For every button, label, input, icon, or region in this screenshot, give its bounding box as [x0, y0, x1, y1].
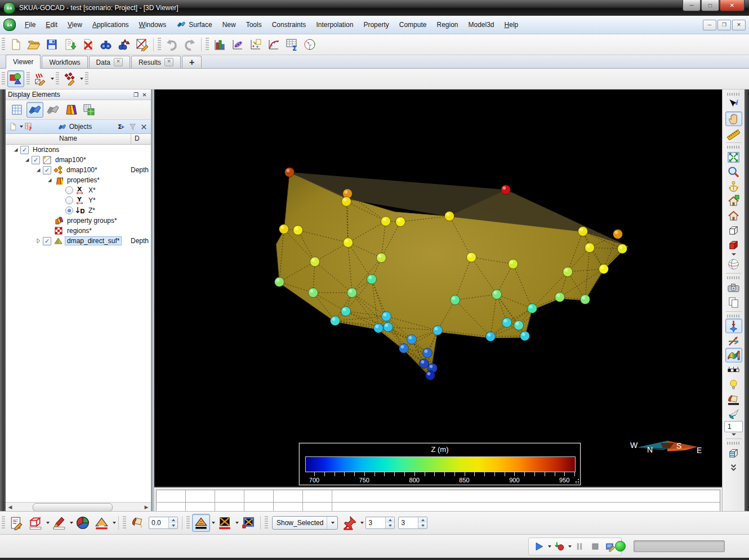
menu-help[interactable]: Help [500, 18, 524, 32]
cube-red-outline-button[interactable] [26, 514, 44, 532]
tree-item-label[interactable]: Horizons [31, 146, 61, 154]
frustum-button[interactable] [725, 406, 742, 421]
tree-item-label[interactable]: Y* [87, 196, 97, 204]
spinner-value[interactable]: 3 [399, 519, 418, 527]
home-add-button[interactable] [725, 194, 742, 208]
xbox-black-button[interactable] [216, 514, 234, 532]
color-scalebar[interactable]: Z (m) 700750800850900950 [299, 443, 581, 485]
open-button[interactable] [25, 36, 42, 53]
expander-open-icon[interactable] [46, 177, 54, 183]
mdi-close-button[interactable]: ✕ [732, 20, 746, 30]
curve-fit-button[interactable] [265, 36, 282, 53]
fit-view-button[interactable] [725, 150, 742, 164]
record-run-button[interactable] [552, 540, 567, 553]
colorbar-resize-grip[interactable] [574, 479, 579, 483]
tree-item-label[interactable]: regions* [65, 227, 93, 235]
tree-row[interactable]: property groups* [6, 216, 151, 226]
dropdown-arrow-icon[interactable] [212, 522, 215, 524]
colormap-button[interactable] [63, 102, 79, 118]
scatter-plot-button[interactable] [247, 36, 264, 53]
axes-button[interactable] [725, 333, 742, 348]
menu-property[interactable]: Property [358, 18, 394, 32]
expander-open-icon[interactable] [12, 146, 20, 153]
checkbox[interactable]: ✓ [32, 156, 40, 164]
menu-surface[interactable]: Surface [171, 18, 217, 32]
tree-item-label[interactable]: dmap_direct_suf* [65, 236, 122, 245]
triangle-boxed-button[interactable] [192, 514, 210, 532]
scroll-thumb[interactable] [33, 503, 113, 512]
tree-hscrollbar[interactable]: ◀ ▶ [6, 502, 151, 511]
menu-file[interactable]: File [20, 18, 41, 32]
cube-wire-button[interactable] [725, 223, 742, 238]
scroll-right-arrow[interactable]: ▶ [142, 503, 151, 510]
menu-constraints[interactable]: Constraints [267, 18, 311, 32]
column-header-d[interactable]: D [131, 134, 151, 144]
dropdown-arrow-icon[interactable] [70, 522, 73, 524]
display-shapes-button[interactable] [7, 70, 24, 87]
find-objects-button[interactable] [115, 36, 132, 53]
play-button[interactable] [532, 540, 546, 553]
menu-applications[interactable]: Applications [87, 18, 134, 32]
anchor-button[interactable] [725, 179, 742, 194]
close-button[interactable]: ✕ [720, 0, 744, 11]
dropdown-arrow-icon[interactable] [548, 545, 551, 548]
dropdown-arrow-icon[interactable] [568, 545, 572, 548]
mdi-minimize-button[interactable]: ─ [703, 20, 716, 30]
pan-button[interactable] [725, 111, 742, 126]
menu-edit[interactable]: Edit [41, 18, 63, 32]
menu-view[interactable]: View [63, 18, 87, 32]
viewport-3d[interactable]: Z (m) 700750800850900950 W N [154, 89, 722, 486]
ruler-button[interactable] [725, 126, 742, 141]
tree-item-label[interactable]: X* [87, 186, 97, 194]
maximize-button[interactable]: □ [701, 0, 719, 11]
table-sum-button[interactable]: Σ [283, 36, 300, 53]
stop-button[interactable] [588, 540, 603, 553]
undo-button[interactable] [163, 36, 180, 53]
surface-gray-button[interactable] [44, 102, 61, 118]
expander-open-icon[interactable] [35, 167, 43, 173]
copy-pages-button[interactable] [725, 295, 742, 310]
funnel-filter-button[interactable] [127, 121, 138, 132]
show-mode-combobox[interactable]: Show_Selected [272, 516, 338, 530]
menu-tools[interactable]: Tools [241, 18, 267, 32]
edit-points-button[interactable] [61, 70, 78, 87]
menu-compute[interactable]: Compute [394, 18, 432, 32]
pushpin-button[interactable] [341, 514, 359, 532]
table-cell[interactable] [332, 490, 720, 502]
menu-region[interactable]: Region [431, 18, 463, 32]
sigma-filter-button[interactable]: Σ [115, 121, 127, 132]
dropdown-arrow-icon[interactable] [235, 522, 239, 524]
tree-row[interactable]: properties* [6, 175, 151, 185]
radio-button[interactable] [65, 196, 73, 204]
triangle-tool-button[interactable] [93, 514, 111, 532]
tree-row[interactable]: ✓Horizons [6, 145, 151, 155]
colormap-surface-button[interactable] [725, 348, 742, 362]
tree-item-label[interactable]: Z* [87, 207, 97, 214]
globe-rotate-button[interactable] [725, 257, 742, 271]
value-spinner[interactable]: 3 [398, 517, 427, 529]
tab-data[interactable]: Data✕ [89, 56, 130, 68]
dropdown-arrow-icon[interactable] [51, 78, 54, 80]
minimize-button[interactable]: ─ [683, 0, 701, 11]
xbox-blue-button[interactable] [239, 514, 257, 532]
tab-viewer[interactable]: Viewer [6, 55, 41, 69]
value-spinner[interactable]: 0.0 [149, 517, 178, 529]
edit-lines-button[interactable] [32, 70, 49, 87]
tree-item-label[interactable]: dmap100* [65, 166, 99, 174]
tree-row[interactable]: XX* [6, 185, 151, 195]
spinner-up-icon[interactable] [169, 517, 177, 523]
tree-item-label[interactable]: property groups* [65, 217, 119, 225]
panel-float-button[interactable]: ❐ [132, 91, 140, 98]
dropdown-arrow-icon[interactable] [46, 522, 50, 524]
crossplot-button[interactable] [229, 36, 246, 53]
dropdown-arrow-icon[interactable] [732, 433, 736, 436]
tree-item-label[interactable]: dmap100* [54, 156, 88, 164]
select-info-button[interactable]: i [725, 97, 742, 111]
surface-view-button[interactable] [26, 102, 43, 118]
expander-closed-icon[interactable] [35, 238, 43, 244]
new-document-button[interactable] [7, 121, 19, 132]
column-header-name[interactable]: Name [6, 134, 131, 144]
list-view-button[interactable] [8, 102, 25, 118]
radio-button[interactable] [65, 207, 73, 214]
table-cell[interactable] [303, 490, 332, 502]
